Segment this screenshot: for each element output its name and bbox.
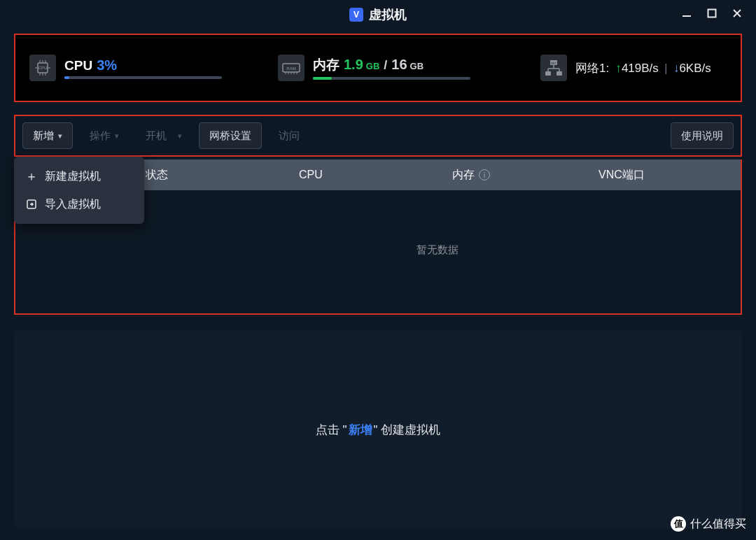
help-button[interactable]: 使用说明 [671,122,734,149]
plus-icon: ＋ [25,168,38,185]
power-button-label: 开机 [146,129,167,143]
window-title: 虚拟机 [369,6,407,23]
svg-text:NET: NET [551,62,557,65]
new-vm-label: 新建虚拟机 [45,169,101,184]
power-button[interactable]: 开机 ▾ [136,122,192,149]
import-vm-label: 导入虚拟机 [45,197,101,212]
chevron-down-icon: ▾ [178,132,182,141]
access-button-label: 访问 [279,129,300,143]
cpu-progress [64,76,222,79]
ram-icon: RAM [278,55,304,81]
titlebar: V 虚拟机 [0,0,756,29]
chevron-down-icon: ▾ [115,132,119,141]
toolbar: 新增 ▾ 操作 ▾ 开机 ▾ 网桥设置 访问 使用说明 [14,115,742,157]
svg-text:CPU: CPU [38,66,48,70]
svg-rect-28 [556,71,562,76]
watermark-badge-icon: 值 [671,516,686,532]
svg-rect-1 [708,10,716,17]
network-up-value: 419B/s [622,62,659,75]
memory-used: 1.9 [344,57,363,73]
svg-rect-27 [545,71,551,76]
hint-pre: 点击 " [316,422,347,438]
memory-slash: / [384,58,387,73]
table-empty-state: 暂无数据 [134,190,741,309]
watermark-text: 什么值得买 [690,517,746,532]
watermark: 值 什么值得买 [671,516,746,532]
memory-stat: RAM 内存 1.9GB / 16GB [278,55,470,81]
th-memory: 内存 i [441,168,587,183]
network-icon: NET [540,55,567,81]
new-vm-menu-item[interactable]: ＋ 新建虚拟机 [14,162,144,190]
maximize-button[interactable] [706,7,718,20]
system-stats-bar: CPU CPU 3% RAM 内存 1.9GB / 16GB [14,34,742,102]
add-button[interactable]: 新增 ▾ [22,122,73,149]
vm-table-area: ＋ 新建虚拟机 导入虚拟机 状态 CPU 内存 i VNC端口 暂无数据 [14,159,742,315]
access-button[interactable]: 访问 [269,122,309,149]
minimize-button[interactable] [680,7,693,20]
table-header: 状态 CPU 内存 i VNC端口 [134,159,741,190]
import-icon [25,199,38,210]
add-dropdown-menu: ＋ 新建虚拟机 导入虚拟机 [14,157,144,224]
cpu-stat: CPU CPU 3% [29,55,222,81]
memory-used-unit: GB [366,61,380,71]
network-down-value: 6KB/s [679,62,710,75]
memory-label: 内存 [313,56,340,74]
create-vm-panel: 点击 " 新增 " 创建虚拟机 [14,330,742,529]
th-memory-label: 内存 [452,168,475,183]
cpu-icon: CPU [29,55,56,81]
hint-keyword[interactable]: 新增 [349,422,372,438]
cpu-label: CPU [64,58,92,73]
hint-post: " 创建虚拟机 [374,422,441,438]
network-up-icon: ↑ [612,62,622,75]
network-stat: NET 网络1: ↑419B/s | ↓6KB/s [540,55,711,81]
vm-table: 状态 CPU 内存 i VNC端口 暂无数据 [134,159,741,309]
close-button[interactable] [731,7,743,20]
app-logo-icon: V [349,8,363,22]
th-cpu: CPU [288,169,441,181]
operate-button[interactable]: 操作 ▾ [80,122,129,149]
bridge-settings-button[interactable]: 网桥设置 [199,122,262,149]
bridge-button-label: 网桥设置 [209,129,251,143]
th-status: 状态 [134,168,288,183]
operate-button-label: 操作 [90,129,111,143]
th-vnc-port: VNC端口 [587,168,741,183]
import-vm-menu-item[interactable]: 导入虚拟机 [14,190,144,218]
chevron-down-icon: ▾ [58,132,62,141]
memory-total-unit: GB [410,61,424,71]
create-vm-hint: 点击 " 新增 " 创建虚拟机 [316,422,441,438]
info-icon[interactable]: i [479,169,490,180]
cpu-value: 3% [97,57,117,73]
add-button-label: 新增 [33,129,54,143]
memory-progress [313,77,470,80]
svg-text:RAM: RAM [286,66,295,71]
memory-total: 16 [391,57,407,73]
help-button-label: 使用说明 [681,129,723,143]
network-label: 网络1: [575,62,609,75]
